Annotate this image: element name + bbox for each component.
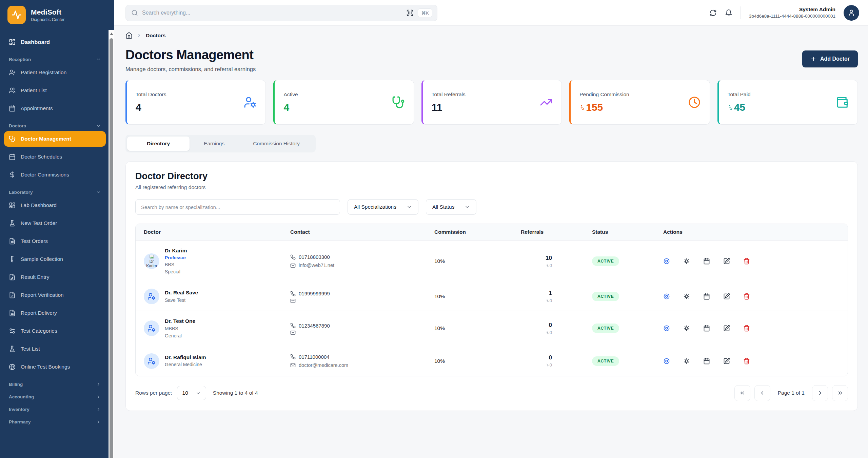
phone-number: 01718803300	[299, 253, 330, 262]
settings-doctor-button[interactable]	[683, 258, 690, 265]
stat-value: 155	[579, 102, 629, 113]
contact-email	[290, 298, 423, 304]
sidebar-section-laboratory[interactable]: Laboratory	[4, 185, 106, 197]
sidebar-section-label: Inventory	[9, 407, 29, 412]
search-icon	[131, 9, 138, 16]
edit-doctor-button[interactable]	[723, 325, 730, 332]
schedule-doctor-button[interactable]	[703, 358, 710, 365]
global-search[interactable]: ⌘K	[125, 5, 437, 21]
specialization-select[interactable]: All Specializations	[348, 199, 418, 215]
sidebar-section-pharmacy[interactable]: Pharmacy	[4, 415, 106, 427]
scrollbar-up-arrow[interactable]	[110, 33, 113, 35]
pulse-icon	[12, 10, 22, 20]
commission-value: 10%	[434, 293, 445, 299]
settings-doctor-button[interactable]	[683, 325, 690, 332]
avatar-alt-text: Dr Karim	[144, 259, 159, 268]
delete-doctor-button[interactable]	[743, 358, 750, 365]
sidebar-item-sample-collection[interactable]: Sample Collection	[4, 251, 106, 267]
sidebar-item-doctor-management[interactable]: Doctor Management	[4, 131, 106, 147]
rows-per-page-select[interactable]: 10	[177, 386, 206, 400]
sidebar-item-label: Test Categories	[21, 328, 57, 334]
view-doctor-button[interactable]	[663, 258, 670, 265]
row-actions	[663, 258, 842, 265]
breadcrumb-current[interactable]: Doctors	[146, 33, 166, 39]
sidebar-section-reception[interactable]: Reception	[4, 52, 106, 65]
filters-row: All Specializations All Status	[135, 199, 848, 215]
barcode-scan-icon[interactable]	[406, 9, 414, 17]
edit-doctor-button[interactable]	[723, 258, 730, 265]
first-page-button[interactable]	[734, 385, 750, 401]
sidebar-item-report-delivery[interactable]: Report Delivery	[4, 305, 106, 321]
add-doctor-button[interactable]: Add Doctor	[802, 50, 858, 67]
tab-directory[interactable]: Directory	[127, 137, 190, 151]
schedule-doctor-button[interactable]	[703, 325, 710, 332]
sidebar-header: MediSoft Diagnostic Center	[0, 0, 114, 30]
cell-commission: 10%	[429, 346, 515, 376]
last-page-button[interactable]	[832, 385, 848, 401]
sidebar-section-accounting[interactable]: Accounting	[4, 390, 106, 402]
referrals-block: 00	[521, 322, 552, 335]
edit-doctor-button[interactable]	[723, 358, 730, 365]
sidebar-item-appointments[interactable]: Appointments	[4, 101, 106, 116]
delete-doctor-button[interactable]	[743, 325, 750, 332]
tab-earnings[interactable]: Earnings	[190, 137, 239, 151]
global-search-input[interactable]	[142, 10, 402, 16]
user-gear-icon	[147, 292, 156, 300]
view-doctor-button[interactable]	[663, 358, 670, 365]
contact-phone: 01711000004	[290, 353, 423, 361]
delete-doctor-button[interactable]	[743, 293, 750, 300]
sidebar-scrollbar[interactable]	[108, 30, 114, 458]
sidebar-item-report-verification[interactable]: Report Verification	[4, 287, 106, 303]
sidebar-item-online-test-bookings[interactable]: Online Test Bookings	[4, 359, 106, 375]
sidebar-item-test-list[interactable]: Test List	[4, 341, 106, 357]
sidebar-item-doctor-schedules[interactable]: Doctor Schedules	[4, 149, 106, 165]
file-text-icon	[9, 238, 16, 245]
chevron-down-icon	[96, 123, 101, 128]
sidebar-section-inventory[interactable]: Inventory	[4, 402, 106, 415]
sidebar-item-test-categories[interactable]: Test Categories	[4, 323, 106, 339]
app-tagline: Diagnostic Center	[31, 17, 64, 22]
stat-card-total-paid: Total Paid45	[717, 80, 858, 125]
view-doctor-button[interactable]	[663, 325, 670, 332]
scrollbar-thumb[interactable]	[110, 38, 113, 458]
sidebar-item-lab-dashboard[interactable]: Lab Dashboard	[4, 197, 106, 213]
sidebar-item-result-entry[interactable]: Result Entry	[4, 269, 106, 285]
view-doctor-button[interactable]	[663, 293, 670, 300]
prev-page-button[interactable]	[754, 385, 770, 401]
mail-icon	[290, 298, 296, 304]
sidebar-section-doctors[interactable]: Doctors	[4, 119, 106, 131]
chevron-down-icon	[465, 204, 470, 210]
sidebar-item-new-test-order[interactable]: New Test Order	[4, 215, 106, 231]
schedule-doctor-button[interactable]	[703, 293, 710, 300]
home-icon[interactable]	[125, 32, 133, 39]
doctor-search-input[interactable]	[135, 199, 340, 215]
cell-referrals: 10	[515, 282, 587, 311]
tab-commission-history[interactable]: Commission History	[239, 137, 314, 151]
delete-doctor-button[interactable]	[743, 258, 750, 265]
schedule-doctor-button[interactable]	[703, 258, 710, 265]
cell-doctor: Dr. Rafiqul IslamGeneral Medicine	[136, 346, 285, 376]
sidebar-item-doctor-commissions[interactable]: Doctor Commissions	[4, 167, 106, 183]
doctors-table-wrap: Doctor Contact Commission Referrals Stat…	[135, 224, 848, 376]
stat-value: 4	[283, 102, 298, 113]
doctor-title-link[interactable]: Professor	[165, 254, 187, 261]
sidebar-item-test-orders[interactable]: Test Orders	[4, 233, 106, 249]
settings-doctor-button[interactable]	[683, 293, 690, 300]
next-page-button[interactable]	[812, 385, 828, 401]
phone-number: 01999999999	[299, 289, 330, 298]
bell-icon[interactable]	[725, 9, 732, 17]
sidebar-item-label: Doctor Commissions	[21, 172, 69, 178]
refresh-icon[interactable]	[709, 9, 717, 17]
stat-text: Active4	[283, 91, 298, 113]
status-select[interactable]: All Status	[426, 199, 476, 215]
stat-number: 45	[734, 102, 745, 113]
settings-doctor-button[interactable]	[683, 358, 690, 365]
sidebar-section-billing[interactable]: Billing	[4, 377, 106, 390]
user-avatar[interactable]	[844, 5, 859, 21]
table-row: Dr. Test OneMBBSGeneral0123456789010%00A…	[136, 311, 848, 346]
sidebar-item-patient-registration[interactable]: Patient Registration	[4, 65, 106, 80]
sidebar-section-label: Accounting	[9, 394, 34, 399]
edit-doctor-button[interactable]	[723, 293, 730, 300]
sidebar-item-patient-list[interactable]: Patient List	[4, 83, 106, 98]
sidebar-item-dashboard[interactable]: Dashboard	[4, 34, 106, 50]
